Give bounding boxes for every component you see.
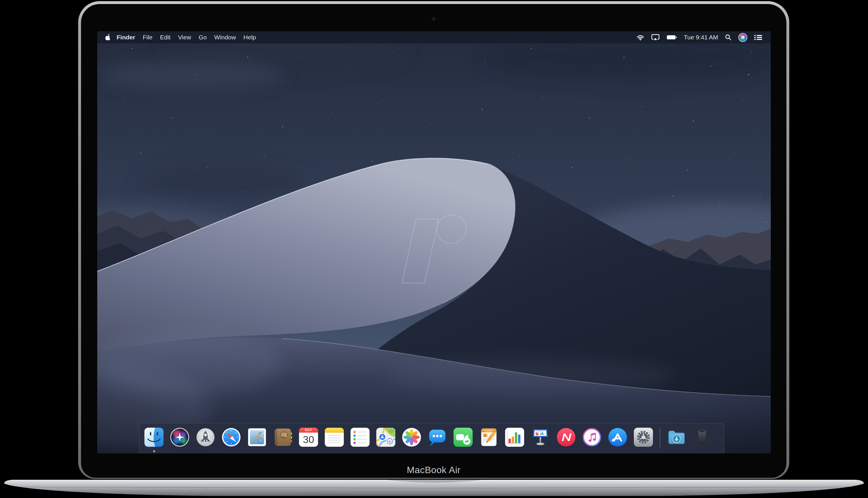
photos-icon	[402, 428, 421, 447]
dock-siri[interactable]	[170, 428, 189, 447]
downloads-folder-icon	[667, 428, 686, 447]
dock-facetime[interactable]	[453, 428, 473, 447]
news-icon	[556, 428, 576, 447]
wallpaper-mojave-dunes	[97, 31, 771, 454]
contacts-icon	[273, 428, 292, 447]
dock-numbers[interactable]	[505, 428, 524, 447]
dock-photos[interactable]	[402, 428, 421, 447]
notification-center-icon[interactable]	[754, 35, 762, 40]
dock-mail[interactable]	[248, 428, 266, 447]
menu-window[interactable]: Window	[214, 34, 236, 41]
dock-maps[interactable]: 3D	[376, 428, 395, 447]
safari-icon	[222, 428, 241, 447]
laptop-base	[0, 477, 868, 498]
menu-edit[interactable]: Edit	[160, 34, 170, 41]
menu-app-finder[interactable]: Finder	[117, 34, 135, 41]
dock-downloads-folder[interactable]	[667, 428, 686, 447]
airplay-display-icon[interactable]	[651, 34, 660, 41]
calendar-month-label: OCT	[299, 428, 318, 433]
dock-itunes[interactable]	[582, 428, 602, 447]
apple-menu[interactable]	[105, 34, 111, 41]
spotlight-search-icon[interactable]	[725, 34, 732, 40]
apple-icon	[105, 34, 111, 41]
trash-icon	[693, 428, 712, 447]
notes-icon	[325, 428, 344, 447]
menu-file[interactable]: File	[143, 34, 153, 41]
menu-clock[interactable]: Tue 9:41 AM	[684, 34, 718, 41]
siri-icon[interactable]	[738, 33, 747, 42]
facetime-icon	[453, 428, 473, 447]
dock-launchpad[interactable]	[196, 428, 215, 447]
pages-icon: PAGES	[479, 428, 498, 447]
menu-help[interactable]: Help	[244, 34, 256, 41]
siri-app-icon	[170, 428, 189, 447]
dock-separator	[660, 427, 660, 448]
dock-keynote[interactable]: KEYNOTE	[531, 428, 550, 447]
menu-go[interactable]: Go	[199, 34, 207, 41]
finder-icon	[144, 428, 163, 447]
maps-3d-badge: 3D	[388, 440, 392, 443]
dock-news[interactable]	[556, 428, 576, 447]
dock-finder[interactable]	[144, 428, 163, 447]
itunes-icon	[582, 428, 602, 447]
keynote-header-label: KEYNOTE	[537, 431, 544, 432]
dock-safari[interactable]	[222, 428, 241, 447]
dock-messages[interactable]	[428, 428, 447, 447]
system-preferences-icon	[634, 428, 653, 447]
maps-icon: 3D	[376, 428, 395, 447]
numbers-icon	[505, 428, 524, 447]
dock-contacts[interactable]	[273, 428, 292, 447]
macbook-air-product-shot: Finder File Edit View Go Window Help	[0, 0, 868, 498]
dock-system-preferences[interactable]	[634, 428, 653, 447]
dock-app-store[interactable]	[608, 428, 627, 447]
battery-full-icon[interactable]	[667, 35, 677, 40]
finder-running-indicator	[153, 450, 155, 452]
keynote-icon: KEYNOTE	[531, 428, 550, 447]
launchpad-icon	[196, 428, 215, 447]
menu-view[interactable]: View	[178, 34, 191, 41]
wifi-icon[interactable]	[636, 35, 644, 40]
dock-calendar[interactable]: OCT 30	[299, 428, 318, 447]
menu-bar: Finder File Edit View Go Window Help	[97, 31, 771, 43]
reminders-icon	[351, 428, 370, 447]
facetime-camera	[431, 17, 436, 22]
messages-icon	[428, 428, 447, 447]
dock: OCT 30	[139, 423, 724, 454]
calendar-day-label: 30	[299, 433, 318, 446]
dock-reminders[interactable]	[351, 428, 370, 447]
display: Finder File Edit View Go Window Help	[97, 31, 771, 454]
dock-trash[interactable]	[693, 428, 712, 447]
app-store-icon	[608, 428, 627, 447]
dock-pages[interactable]: PAGES	[479, 428, 498, 447]
model-label: MacBook Air	[78, 464, 789, 476]
dock-notes[interactable]	[325, 428, 344, 447]
pages-header-label: PAGES	[485, 430, 492, 432]
mail-icon	[248, 428, 266, 447]
